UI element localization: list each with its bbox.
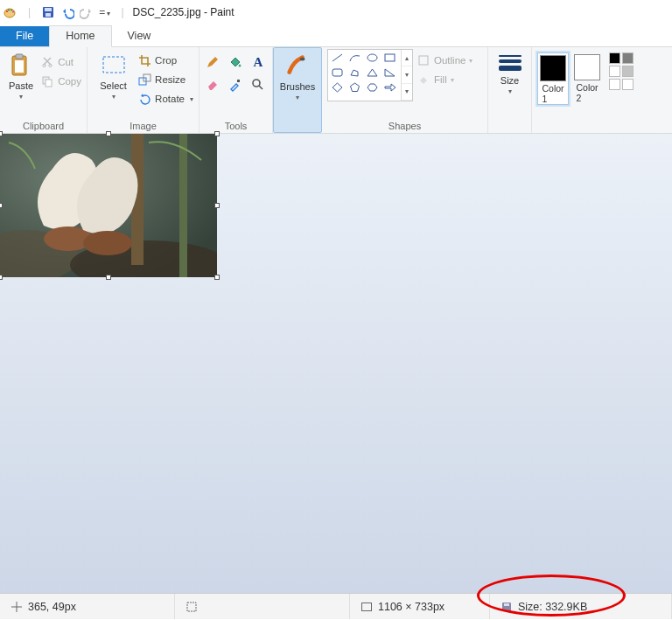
palette-color[interactable] bbox=[622, 79, 634, 90]
svg-rect-19 bbox=[237, 80, 240, 82]
paste-icon bbox=[8, 52, 34, 79]
chevron-down-icon: ▾ bbox=[112, 93, 116, 101]
svg-point-4 bbox=[12, 11, 14, 13]
brush-icon bbox=[284, 53, 311, 80]
fill-button[interactable]: Fill ▾ bbox=[416, 70, 472, 89]
shape-roundrect-icon[interactable] bbox=[330, 66, 345, 79]
select-icon bbox=[101, 52, 127, 79]
outline-icon bbox=[416, 53, 430, 67]
brushes-button[interactable]: Brushes ▾ bbox=[279, 50, 316, 101]
canvas-photo bbox=[0, 134, 217, 277]
svg-rect-6 bbox=[45, 8, 52, 11]
tab-bar: File Home View bbox=[0, 24, 672, 47]
file-size: Size: 332.9KB bbox=[518, 601, 587, 613]
copy-button[interactable]: Copy bbox=[40, 72, 81, 91]
palette-color[interactable] bbox=[609, 52, 620, 64]
svg-point-21 bbox=[300, 58, 305, 61]
svg-rect-25 bbox=[419, 56, 428, 65]
copy-icon bbox=[40, 74, 54, 88]
shape-triangle-icon[interactable] bbox=[365, 66, 380, 79]
image-dimensions: 1106 × 733px bbox=[378, 601, 444, 613]
shapes-gallery[interactable]: ▴▾▾ bbox=[327, 49, 413, 101]
palette-color[interactable] bbox=[609, 66, 620, 77]
resize-button[interactable]: Resize bbox=[137, 70, 193, 89]
eyedropper-icon[interactable] bbox=[228, 77, 243, 93]
color-2-swatch bbox=[574, 54, 600, 80]
shape-arrow-icon[interactable] bbox=[382, 81, 397, 94]
chevron-down-icon: ▾ bbox=[19, 93, 23, 101]
bucket-icon[interactable] bbox=[228, 54, 243, 70]
svg-rect-30 bbox=[179, 134, 187, 277]
shape-oval-icon[interactable] bbox=[365, 52, 380, 64]
crop-icon bbox=[137, 53, 151, 67]
qat-save-icon[interactable] bbox=[41, 5, 55, 19]
svg-point-12 bbox=[49, 64, 52, 66]
svg-point-22 bbox=[368, 54, 377, 61]
svg-rect-36 bbox=[504, 603, 509, 606]
svg-rect-9 bbox=[16, 54, 23, 59]
selection-size-icon bbox=[186, 601, 198, 613]
cursor-position-icon bbox=[10, 601, 23, 613]
svg-point-20 bbox=[253, 80, 260, 87]
shapes-scroll[interactable]: ▴▾▾ bbox=[401, 50, 412, 101]
svg-point-3 bbox=[10, 10, 12, 11]
magnifier-icon[interactable] bbox=[250, 77, 266, 93]
app-icon bbox=[4, 5, 18, 19]
tab-file[interactable]: File bbox=[0, 26, 49, 46]
rotate-icon bbox=[137, 92, 151, 106]
shape-curve-icon[interactable] bbox=[347, 52, 362, 64]
fill-icon bbox=[416, 73, 430, 87]
tab-home[interactable]: Home bbox=[49, 25, 111, 47]
svg-point-32 bbox=[83, 231, 132, 255]
svg-rect-23 bbox=[385, 54, 395, 61]
window-title: DSC_2235.jpg - Paint bbox=[133, 6, 234, 18]
qat-customize-icon[interactable]: = ▾ bbox=[99, 6, 110, 18]
palette-color[interactable] bbox=[609, 79, 620, 90]
text-icon[interactable]: A bbox=[250, 54, 266, 70]
crop-button[interactable]: Crop bbox=[137, 51, 193, 70]
tab-view[interactable]: View bbox=[112, 26, 167, 46]
chevron-down-icon: ▾ bbox=[508, 87, 512, 95]
image-selection[interactable] bbox=[0, 134, 217, 277]
qat-redo-icon[interactable] bbox=[80, 5, 94, 19]
svg-rect-34 bbox=[362, 603, 372, 610]
svg-rect-24 bbox=[332, 69, 342, 76]
shape-polygon-icon[interactable] bbox=[347, 66, 362, 79]
shape-rect-icon[interactable] bbox=[382, 52, 397, 64]
eraser-icon[interactable] bbox=[205, 77, 220, 93]
svg-rect-33 bbox=[187, 603, 196, 611]
chevron-down-icon: ▾ bbox=[296, 94, 299, 101]
palette-color[interactable] bbox=[622, 66, 634, 77]
ribbon: Paste ▾ Cut Copy Clipboard bbox=[0, 47, 672, 134]
color-1-button[interactable]: Color 1 bbox=[537, 52, 569, 105]
size-button[interactable]: Size ▾ bbox=[494, 49, 526, 95]
color-1-swatch bbox=[540, 55, 566, 81]
select-button[interactable]: Select ▾ bbox=[93, 49, 134, 101]
shape-pentagon-icon[interactable] bbox=[347, 81, 362, 94]
svg-point-11 bbox=[43, 64, 46, 66]
title-bar: | = ▾ | DSC_2235.jpg - Paint bbox=[0, 0, 672, 24]
pencil-icon[interactable] bbox=[205, 54, 220, 70]
shape-line-icon[interactable] bbox=[330, 52, 345, 64]
image-dimensions-icon bbox=[360, 601, 373, 613]
resize-icon bbox=[137, 73, 151, 87]
size-icon bbox=[497, 52, 523, 73]
svg-rect-7 bbox=[46, 13, 51, 17]
canvas-area[interactable] bbox=[0, 134, 672, 593]
rotate-button[interactable]: Rotate ▾ bbox=[137, 89, 193, 108]
cut-icon bbox=[40, 55, 54, 69]
shape-diamond-icon[interactable] bbox=[330, 81, 345, 94]
paste-button[interactable]: Paste ▾ bbox=[5, 49, 37, 101]
svg-point-1 bbox=[6, 10, 8, 12]
group-label-shapes: Shapes bbox=[327, 119, 482, 133]
shape-right-triangle-icon[interactable] bbox=[382, 66, 397, 79]
outline-button[interactable]: Outline ▾ bbox=[416, 51, 472, 70]
cut-button[interactable]: Cut bbox=[40, 52, 81, 72]
color-palette[interactable] bbox=[609, 52, 634, 90]
svg-rect-14 bbox=[46, 80, 52, 87]
shape-hexagon-icon[interactable] bbox=[365, 81, 380, 94]
qat-undo-icon[interactable] bbox=[60, 5, 74, 19]
palette-color[interactable] bbox=[622, 52, 634, 64]
svg-rect-10 bbox=[15, 60, 24, 73]
color-2-button[interactable]: Color 2 bbox=[572, 52, 602, 103]
